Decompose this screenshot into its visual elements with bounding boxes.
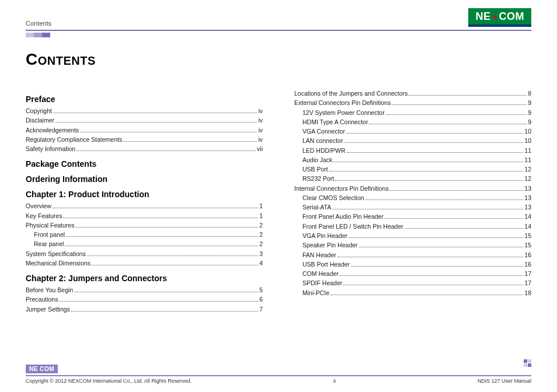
toc-entry[interactable]: Copyright iv [26,106,263,116]
toc-entry[interactable]: USB Port 12 [294,164,531,174]
toc-section-heading[interactable]: Package Contents [26,159,263,169]
toc-entry-page: 16 [524,250,531,260]
toc-entry-page: 12 [524,174,531,183]
toc-entry[interactable]: USB Port Header 16 [294,260,531,269]
toc-entry-label: Jumper Settings [26,304,70,314]
toc-entry-label: Regulatory Compliance Statements [26,135,122,144]
toc-entry-label: Precautions [26,295,58,304]
toc-entry-label: VGA Connector [302,127,345,136]
toc-entry[interactable]: Precautions 6 [26,295,263,304]
toc-entry[interactable]: LED HDD/PWR 11 [294,146,531,155]
toc-entry-page: iv [258,116,263,125]
toc-entry-label: External Connectors Pin Definitions [294,98,391,107]
toc-entry[interactable]: FAN Header 16 [294,250,531,260]
toc-entry-label: Serial-ATA [302,202,331,212]
toc-entry[interactable]: Internal Connectors Pin Definitions 13 [294,184,531,193]
toc-entry-page: 14 [524,222,531,231]
page-title: Contents [26,50,531,69]
toc-entry-label: System Specifications [26,249,86,258]
toc-entry[interactable]: RS232 Port 12 [294,174,531,183]
toc-entry[interactable]: VGA Connector 10 [294,127,531,136]
toc-entry-label: VGA Pin Header [302,231,347,240]
toc-leader-dots [351,266,523,267]
toc-section-heading[interactable]: Ordering Information [26,174,263,184]
toc-entry[interactable]: Front Panel LED / Switch Pin Header 14 [294,222,531,231]
toc-leader-dots [87,256,258,256]
toc-entry-page: 2 [259,230,263,239]
toc-entry[interactable]: Disclaimer iv [26,116,263,125]
header-rule [26,30,531,31]
toc-entry-label: HDMI Type A Connector [302,117,368,127]
toc-entry[interactable]: Speaker Pin Header 15 [294,240,531,250]
toc-entry-label: Mini-PCIe [302,288,329,298]
toc-entry[interactable]: Rear panel 2 [26,239,263,249]
toc-entry[interactable]: SPDIF Header 17 [294,278,531,288]
toc-entry[interactable]: Physical Features 2 [26,220,263,230]
toc-entry-page: 1 [259,201,263,211]
toc-leader-dots [343,285,523,285]
toc-entry-page: 12 [524,164,531,174]
toc-leader-dots [369,124,527,124]
toc-entry-page: 16 [524,260,531,269]
toc-entry[interactable]: System Specifications 3 [26,249,263,258]
accent-tabs [26,33,531,37]
toc-entry[interactable]: Clear CMOS Selection 13 [294,193,531,202]
toc-entry[interactable]: Key Features 1 [26,211,263,220]
toc-entry-page: 15 [524,231,531,240]
toc-entry[interactable]: Regulatory Compliance Statements iv [26,135,263,144]
toc-entry-label: Key Features [26,211,62,220]
toc-entry[interactable]: Mini-PCIe 18 [294,288,531,298]
toc-entry[interactable]: External Connectors Pin Definitions 9 [294,98,531,107]
toc-leader-dots [63,218,258,218]
toc-entry[interactable]: Locations of the Jumpers and Connectors … [294,89,531,98]
toc-leader-dots [330,295,523,295]
toc-entry-page: 4 [259,258,263,268]
toc-entry-label: 12V System Power Connector [302,108,385,117]
toc-entry[interactable]: HDMI Type A Connector 9 [294,117,531,127]
toc-section-heading[interactable]: Preface [26,94,263,104]
toc-leader-dots [359,247,524,247]
footer-rule [26,375,531,376]
footer-copyright: Copyright © 2012 NEXCOM International Co… [26,378,192,384]
toc-entry[interactable]: 12V System Power Connector 9 [294,108,531,117]
toc-section-heading[interactable]: Chapter 2: Jumpers and Connectors [26,274,263,283]
toc-entry[interactable]: Mechanical Dimensions 4 [26,258,263,268]
toc-entry-page: 14 [524,212,531,221]
toc-left-column: PrefaceCopyright ivDisclaimer ivAcknowle… [26,89,263,314]
toc-leader-dots [365,200,524,200]
toc-entry-page: 6 [259,295,263,304]
toc-entry-page: 13 [524,202,531,212]
toc-entry[interactable]: Front Panel Audio Pin Header 14 [294,212,531,221]
toc-section-heading[interactable]: Chapter 1: Product Introduction [26,190,263,199]
toc-entry-page: 15 [524,240,531,250]
toc-entry[interactable]: Audio Jack 11 [294,155,531,164]
footer-doc-title: NDiS 127 User Manual [478,378,531,384]
toc-entry[interactable]: Jumper Settings 7 [26,304,263,314]
toc-entry-label: RS232 Port [302,174,334,183]
toc-entry[interactable]: Overview 1 [26,201,263,211]
toc-entry[interactable]: Safety Information vii [26,144,263,153]
toc-entry-page: 3 [259,249,263,258]
toc-entry-page: 17 [524,278,531,288]
toc-entry-page: 8 [528,89,531,98]
toc-entry[interactable]: COM Header 17 [294,269,531,278]
toc-entry[interactable]: Serial-ATA 13 [294,202,531,212]
toc-leader-dots [66,236,258,237]
toc-entry[interactable]: Before You Begin 5 [26,285,263,295]
toc-leader-dots [392,104,527,105]
header-section-label: Contents [26,20,51,27]
toc-entry[interactable]: Front panel 2 [26,230,263,239]
footer-logo: NE COM [26,365,58,373]
toc-entry[interactable]: VGA Pin Header 15 [294,231,531,240]
logo-text-pre: NE [475,10,490,23]
toc-leader-dots [53,208,258,208]
toc-leader-dots [335,180,523,181]
toc-leader-dots [346,133,523,134]
toc-entry[interactable]: LAN connector 10 [294,136,531,145]
toc-entry-page: 10 [524,136,531,145]
toc-entry-label: Copyright [26,106,52,116]
toc-entry-page: 11 [524,155,531,164]
toc-entry-label: Front Panel Audio Pin Header [302,212,384,221]
toc-entry-page: 2 [259,220,263,230]
toc-entry[interactable]: Acknowledgements iv [26,125,263,135]
